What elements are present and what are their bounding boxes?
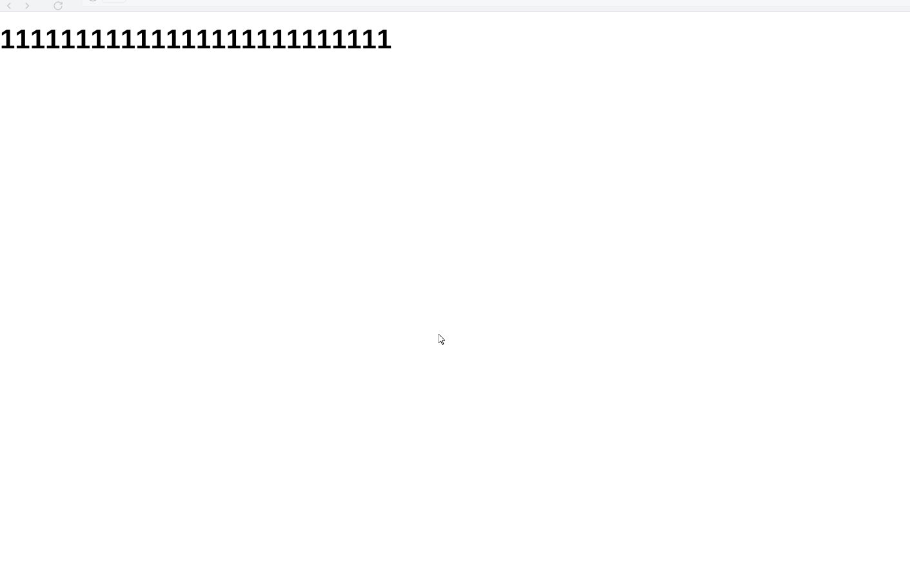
forward-icon[interactable] [21, 0, 34, 12]
address-bar[interactable]: 安全 1.1.1.50.50.232 [83, 0, 910, 6]
site-info-icon[interactable] [88, 0, 98, 2]
reload-icon[interactable] [52, 0, 64, 12]
page-heading: 11111111111111111111111111 [0, 12, 910, 55]
browser-toolbar: 安全 1.1.1.50.50.232 [0, 0, 910, 12]
address-text[interactable]: 1.1.1.50.50.232 [133, 0, 905, 2]
back-icon[interactable] [3, 0, 15, 12]
svg-point-0 [88, 0, 97, 1]
nav-buttons [0, 0, 64, 11]
address-bar-wrapper: 安全 1.1.1.50.50.232 [83, 0, 910, 11]
security-label: 安全 [106, 0, 122, 2]
security-badge: 安全 [102, 0, 126, 3]
page-content: 11111111111111111111111111 [0, 12, 910, 588]
